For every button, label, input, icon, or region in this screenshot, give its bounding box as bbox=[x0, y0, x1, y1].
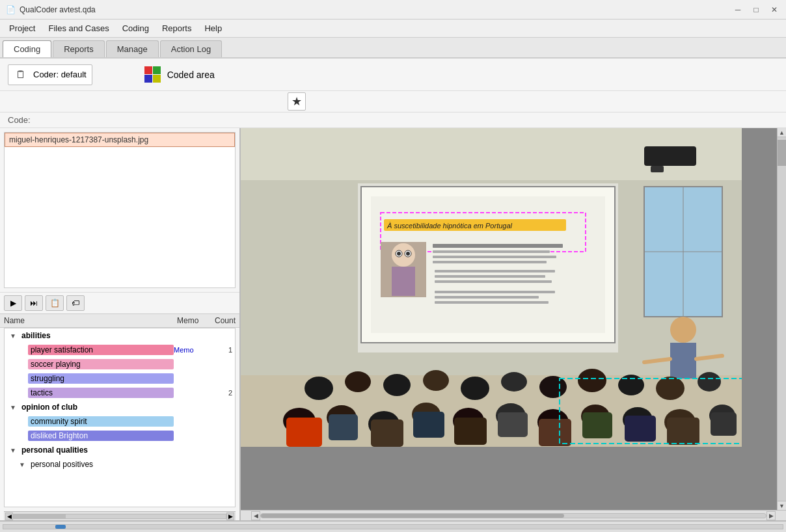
svg-rect-64 bbox=[539, 419, 571, 446]
svg-rect-17 bbox=[433, 244, 563, 248]
item-community-spirit[interactable]: community spirit bbox=[5, 414, 235, 429]
code-label-row: Code: bbox=[0, 113, 786, 128]
svg-point-40 bbox=[461, 377, 489, 400]
svg-point-39 bbox=[423, 370, 449, 391]
image-viewport[interactable]: À suscetibilidade hipnótica em Portugal bbox=[241, 128, 777, 510]
item-disliked-brighton[interactable]: disliked Brighton bbox=[5, 429, 235, 443]
split-area: miguel-henriques-1217387-unsplash.jpg ▶ … bbox=[0, 128, 786, 520]
svg-point-45 bbox=[656, 377, 684, 400]
tab-coding[interactable]: Coding bbox=[3, 40, 51, 57]
vscroll-thumb[interactable] bbox=[778, 140, 786, 166]
ps-count: 1 bbox=[206, 346, 232, 354]
menu-project[interactable]: Project bbox=[3, 21, 42, 36]
coded-area-label: Coded area bbox=[167, 70, 215, 80]
play-button[interactable]: ▶ bbox=[4, 295, 22, 311]
close-button[interactable]: ✕ bbox=[768, 3, 781, 16]
hscroll-track[interactable] bbox=[260, 513, 766, 518]
app-icon: 📄 bbox=[5, 5, 16, 15]
svg-point-32 bbox=[670, 317, 696, 343]
svg-rect-20 bbox=[433, 261, 547, 263]
menu-bar: Project Files and Cases Coding Reports H… bbox=[0, 20, 786, 38]
maximize-button[interactable]: □ bbox=[750, 3, 763, 16]
svg-rect-61 bbox=[413, 412, 444, 438]
svg-rect-26 bbox=[435, 301, 549, 304]
group-pq-label: personal qualities bbox=[19, 445, 174, 455]
col-memo-header: Memo bbox=[177, 316, 210, 325]
expand-pp-icon: ▼ bbox=[19, 461, 28, 468]
hscroll-thumb[interactable] bbox=[261, 514, 564, 518]
tac-count: 2 bbox=[206, 389, 232, 397]
title-bar-controls: ─ □ ✕ bbox=[731, 3, 781, 16]
group-abilities[interactable]: ▼ abilities bbox=[5, 328, 235, 343]
item-personal-positives[interactable]: ▼ personal positives bbox=[5, 457, 235, 472]
menu-reports[interactable]: Reports bbox=[156, 21, 198, 36]
svg-point-44 bbox=[618, 375, 644, 395]
item-str-label: struggling bbox=[28, 373, 174, 384]
left-scroll-left[interactable]: ◀ bbox=[5, 512, 13, 520]
svg-text:À suscetibilidade hipnótica em: À suscetibilidade hipnótica em Portugal bbox=[386, 222, 513, 230]
menu-coding[interactable]: Coding bbox=[116, 21, 156, 36]
svg-rect-67 bbox=[667, 418, 699, 445]
file-list[interactable]: miguel-henriques-1217387-unsplash.jpg bbox=[4, 132, 236, 288]
color-yellow bbox=[153, 75, 161, 83]
hscroll-left[interactable]: ◀ bbox=[251, 511, 260, 520]
image-vscrollbar[interactable]: ▲ ▼ bbox=[777, 128, 786, 510]
svg-point-36 bbox=[305, 377, 333, 400]
notes-button[interactable]: 📋 bbox=[46, 295, 64, 311]
ps-memo: Memo bbox=[174, 346, 206, 354]
code-tree-header: Name Memo Count bbox=[0, 313, 239, 328]
svg-point-42 bbox=[539, 376, 567, 398]
code-tree[interactable]: ▼ abilities player satisfaction Memo 1 s… bbox=[4, 328, 236, 507]
col-name-header: Name bbox=[4, 316, 177, 325]
expand-oc-icon: ▼ bbox=[10, 404, 19, 411]
item-pp-label: personal positives bbox=[28, 459, 174, 470]
vscroll-track[interactable] bbox=[778, 137, 786, 501]
tab-action-log[interactable]: Action Log bbox=[160, 40, 222, 57]
expand-pq-icon: ▼ bbox=[10, 447, 19, 454]
tab-reports[interactable]: Reports bbox=[53, 40, 105, 57]
svg-rect-24 bbox=[435, 291, 555, 293]
svg-point-43 bbox=[578, 369, 606, 392]
svg-rect-63 bbox=[498, 412, 528, 437]
svg-rect-33 bbox=[670, 343, 696, 379]
tab-bar: Coding Reports Manage Action Log bbox=[0, 38, 786, 59]
svg-point-16 bbox=[406, 252, 410, 256]
bottom-scroll-thumb[interactable] bbox=[55, 525, 66, 529]
col-count-header: Count bbox=[210, 316, 236, 325]
svg-point-37 bbox=[345, 371, 371, 392]
bottom-scroll-track[interactable] bbox=[3, 524, 783, 529]
tag-button[interactable]: 🏷 bbox=[66, 295, 85, 311]
vscroll-up[interactable]: ▲ bbox=[778, 128, 787, 137]
file-item[interactable]: miguel-henriques-1217387-unsplash.jpg bbox=[5, 133, 235, 147]
group-personal-qualities[interactable]: ▼ personal qualities bbox=[5, 443, 235, 457]
skip-button[interactable]: ⏭ bbox=[25, 295, 43, 311]
group-opinion-club[interactable]: ▼ opinion of club bbox=[5, 400, 235, 414]
item-sp-label: soccer playing bbox=[28, 359, 174, 369]
menu-help[interactable]: Help bbox=[198, 21, 228, 36]
hscroll-right[interactable]: ▶ bbox=[766, 511, 776, 520]
item-soccer-playing[interactable]: soccer playing bbox=[5, 357, 235, 371]
item-tactics[interactable]: tactics 2 bbox=[5, 386, 235, 400]
svg-point-41 bbox=[501, 372, 527, 392]
item-player-satisfaction[interactable]: player satisfaction Memo 1 bbox=[5, 343, 235, 357]
bottom-scrollbar[interactable] bbox=[0, 520, 786, 532]
svg-point-38 bbox=[383, 374, 411, 396]
group-oc-label: opinion of club bbox=[19, 402, 174, 412]
minimize-button[interactable]: ─ bbox=[731, 3, 744, 16]
star-button[interactable]: ★ bbox=[288, 92, 306, 111]
left-scroll-right[interactable]: ▶ bbox=[226, 512, 234, 520]
image-hscrollbar[interactable]: ◀ ▶ bbox=[241, 510, 786, 520]
svg-point-11 bbox=[392, 243, 415, 267]
vscroll-down[interactable]: ▼ bbox=[778, 501, 787, 510]
coder-label: Coder: default bbox=[33, 70, 87, 79]
svg-point-15 bbox=[397, 252, 401, 256]
svg-rect-23 bbox=[435, 280, 552, 283]
left-panel: miguel-henriques-1217387-unsplash.jpg ▶ … bbox=[0, 128, 241, 520]
top-toolbar: 🗒 Coder: default Coded area bbox=[0, 59, 786, 91]
menu-files-and-cases[interactable]: Files and Cases bbox=[42, 21, 115, 36]
tab-manage[interactable]: Manage bbox=[106, 40, 159, 57]
color-red bbox=[144, 66, 152, 74]
item-struggling[interactable]: struggling bbox=[5, 371, 235, 386]
title-bar: 📄 QualCoder avtest.qda ─ □ ✕ bbox=[0, 0, 786, 20]
svg-point-46 bbox=[698, 372, 721, 392]
